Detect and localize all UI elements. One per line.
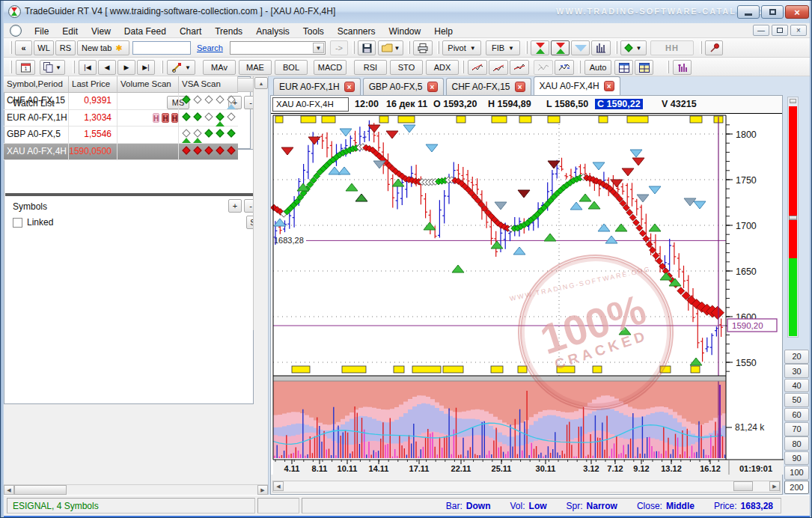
last-bar-button[interactable]: ▶| [137, 60, 155, 75]
first-bar-button[interactable]: |◀ [79, 60, 97, 75]
grid-report-button[interactable] [635, 60, 653, 75]
scroll-left-icon[interactable]: ◀ [273, 481, 284, 491]
chevron-down-icon[interactable]: ▼ [313, 43, 324, 53]
indicator-macd-button[interactable]: MACD [314, 60, 347, 75]
next-bar-button[interactable]: ▶ [117, 60, 135, 75]
toolbar-grip[interactable] [700, 41, 702, 54]
hh-grid-button[interactable]: HH [650, 40, 694, 55]
indicator-adx-button[interactable]: ADX [426, 60, 459, 75]
open-layout-button[interactable]: ▼ [378, 40, 403, 55]
table-vscrollbar[interactable]: ▲ [253, 76, 268, 330]
trend-strength-bar[interactable] [787, 97, 799, 338]
tab-close-icon[interactable]: × [427, 82, 438, 92]
symbol-input[interactable] [132, 41, 191, 55]
menu-item-window[interactable]: Window [382, 25, 428, 38]
auto-scale-button[interactable]: Auto [584, 60, 611, 75]
scroll-up-icon[interactable]: ▲ [254, 77, 268, 89]
scroll-right-icon[interactable]: ▶ [769, 481, 780, 491]
menu-item-edit[interactable]: Edit [55, 25, 85, 38]
table-row[interactable]: GBP A0-FX,51,5546 [4, 127, 238, 144]
copy-chart-button[interactable]: ▼ [40, 60, 65, 75]
price-chart[interactable]: 1683,281800175017001650160015501590,2081… [271, 114, 784, 475]
bars-70-button[interactable]: 70 [784, 422, 809, 436]
indicator-bol-button[interactable]: BOL [275, 60, 308, 75]
minor-signals-button[interactable] [571, 40, 590, 55]
toolbar-grip[interactable] [10, 41, 12, 54]
grid-view-button[interactable] [614, 60, 633, 75]
tab-close-icon[interactable]: × [344, 82, 355, 92]
toolbar-grip[interactable] [579, 61, 581, 73]
table-row[interactable]: EUR A0-FX,1H1,3034HHH [4, 110, 238, 127]
search-combobox[interactable]: ▼ [230, 41, 326, 55]
mdi-close-button[interactable]: × [790, 25, 807, 36]
toolbar-grip[interactable] [161, 61, 163, 73]
scroll-right-icon[interactable]: ▶ [257, 485, 268, 495]
scrollbar-thumb[interactable] [14, 485, 67, 495]
app-menu-icon[interactable] [10, 25, 22, 37]
pin-annotation-button[interactable] [705, 40, 723, 55]
menu-item-trends[interactable]: Trends [208, 25, 249, 38]
go-button[interactable]: -> [330, 40, 348, 55]
volume-histogram-button[interactable] [673, 60, 692, 75]
column-header[interactable]: Symbol,Period [4, 76, 69, 93]
zigzag-tool-button[interactable] [555, 60, 574, 75]
collapse-panel-button[interactable]: « [15, 40, 32, 55]
scrollbar-thumb[interactable] [733, 481, 753, 491]
toolbar-grip[interactable] [525, 41, 528, 54]
linked-checkbox[interactable] [13, 218, 22, 228]
toolbar-grip[interactable] [437, 41, 439, 54]
wl-button[interactable]: WL [34, 40, 54, 55]
tab-eur-a0-fx-1h[interactable]: EUR A0-FX,1H× [273, 78, 361, 95]
minimize-button[interactable] [737, 5, 760, 19]
bars-40-button[interactable]: 40 [784, 379, 809, 393]
indicator-sto-button[interactable]: STO [390, 60, 423, 75]
tab-close-icon[interactable]: × [604, 81, 614, 91]
toolbar-grip[interactable] [615, 41, 617, 54]
tab-xau-a0-fx-4h[interactable]: XAU A0-FX,4H× [534, 76, 620, 95]
bars-60-button[interactable]: 60 [784, 408, 809, 422]
bars-30-button[interactable]: 30 [784, 364, 809, 378]
menu-item-tools[interactable]: Tools [296, 25, 331, 38]
column-header[interactable]: VSA Scan [179, 76, 238, 93]
table-row[interactable]: CHF A0-FX,150,9391 [4, 93, 238, 110]
signals-flag-button[interactable] [551, 40, 570, 55]
trend-tool-1-button[interactable] [468, 60, 487, 75]
trend-tool-2-button[interactable] [489, 60, 508, 75]
toolbar-grip[interactable] [352, 41, 355, 54]
chart-hscrollbar[interactable]: ◀ ▶ [272, 481, 781, 493]
watchlist-hscrollbar[interactable]: ◀ ▶ [4, 484, 268, 495]
prev-bar-button[interactable]: ◀ [98, 60, 116, 75]
bars-200-button[interactable]: 200 [784, 481, 809, 495]
pivot-button[interactable]: Pivot▼ [442, 40, 481, 55]
signals-all-button[interactable] [531, 40, 549, 55]
scroll-left-icon[interactable]: ◀ [4, 485, 14, 495]
bars-50-button[interactable]: 50 [784, 393, 809, 407]
bars-20-button[interactable]: 20 [784, 350, 809, 364]
panel-splitter[interactable] [5, 193, 267, 196]
toolbar-grip[interactable] [667, 61, 669, 73]
studies-settings-button[interactable]: ▼ [167, 60, 195, 75]
tab-chf-a0-fx-15[interactable]: CHF A0-FX,15× [446, 78, 531, 95]
toolbar-grip[interactable] [10, 61, 12, 73]
new-tab-button[interactable]: New tab✱ [77, 40, 129, 55]
close-button[interactable]: × [785, 5, 809, 19]
menu-item-data-feed[interactable]: Data Feed [117, 25, 173, 38]
bars-80-button[interactable]: 80 [784, 436, 809, 451]
bars-100-button[interactable]: 100 [784, 466, 809, 480]
symbol-add-button[interactable]: + [228, 199, 242, 213]
toolbar-grip[interactable] [73, 61, 75, 73]
print-button[interactable] [413, 40, 433, 55]
menu-item-chart[interactable]: Chart [173, 25, 208, 38]
menu-item-help[interactable]: Help [427, 25, 460, 38]
restore-button[interactable] [761, 5, 784, 19]
fib-button[interactable]: FIB▼ [486, 40, 520, 55]
chart-symbol-box[interactable]: XAU A0-FX,4H [272, 97, 349, 112]
toolbar-grip[interactable] [408, 41, 410, 54]
bars-90-button[interactable]: 90 [784, 451, 809, 466]
table-row[interactable]: XAU A0-FX,4H1590,0500 [4, 144, 238, 161]
menu-item-file[interactable]: File [28, 25, 55, 38]
histogram-tool-button[interactable] [591, 40, 611, 55]
indicator-mav-button[interactable]: MAv [203, 60, 236, 75]
tab-gbp-a0-fx-5[interactable]: GBP A0-FX,5× [363, 78, 444, 95]
menu-item-analysis[interactable]: Analysis [249, 25, 296, 38]
